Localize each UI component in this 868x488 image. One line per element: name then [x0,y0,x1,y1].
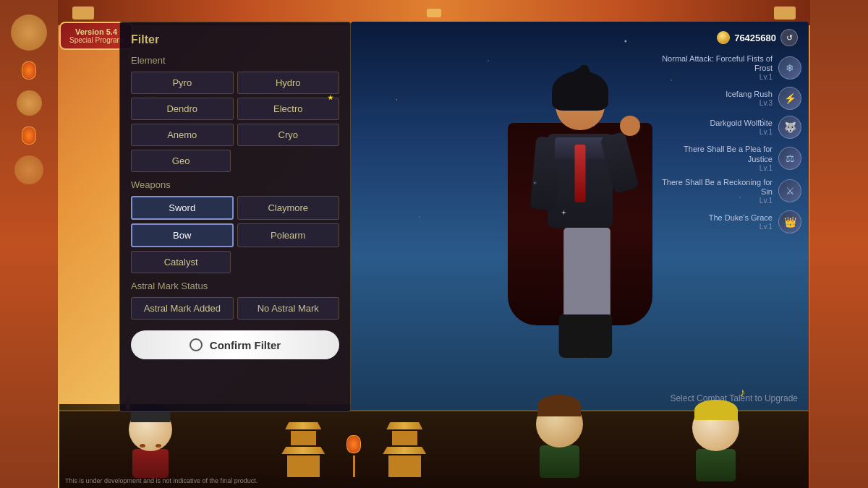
version-line2: Special Program [69,36,123,44]
pagoda-left-body [291,431,316,445]
skill-level-5: Lv.1 [657,223,773,231]
chibi-right2-body [696,449,736,481]
chibi-right1-head [536,401,583,448]
catalyst-row: Catalyst [131,251,339,273]
music-note: ♪ [739,386,745,399]
chibi-right1-body [540,445,579,478]
confirm-circle-icon [190,338,203,351]
pagoda-group [281,422,426,477]
pagoda-right [383,422,426,477]
skill-text-1: Icefang Rush Lv.3 [657,90,773,107]
char-leg-right [582,228,610,322]
geo-grid: Geo [131,150,339,172]
footer-disclaimer: This is under development and is not ind… [65,477,258,484]
weapon-section-label: Weapons [131,179,339,190]
lantern-left-1 [22,61,36,80]
skill-name-1: Icefang Rush [657,90,773,99]
chibi-left-eye-l [140,444,145,448]
top-bar-deco-mid [427,9,441,17]
filter-hydro[interactable]: Hydro [237,72,340,94]
confirm-filter-button[interactable]: Confirm Filter [131,330,339,359]
skill-name-2: Darkgold Wolfbite [657,119,773,128]
element-grid: Pyro Hydro Dendro Electro Anemo Cryo [131,72,339,146]
char-boot-right [582,314,612,358]
skill-icon-0[interactable]: ❄ [778,56,801,80]
filter-anemo[interactable]: Anemo [131,124,234,146]
skill-text-3: There Shall Be a Plea for Justice Lv.1 [657,145,773,171]
chibi-right1-hair [537,395,581,416]
chibi-right2-container: ♪ [692,404,739,481]
char-ear-right [584,74,594,87]
chibi-left-container [129,408,172,478]
electro-container: Electro [237,98,340,120]
left-deco-circle-2 [17,90,42,116]
weapon-grid: Sword Claymore Bow Polearm [131,196,339,247]
skill-item-1: Icefang Rush Lv.3 ⚡ [657,87,801,110]
filter-title: Filter [131,33,339,46]
filter-bow[interactable]: Bow [131,223,234,247]
skill-level-2: Lv.1 [657,128,773,136]
skill-name-4: There Shall Be a Reckoning for Sin [657,178,773,197]
skill-text-4: There Shall Be a Reckoning for Sin Lv.1 [657,178,773,205]
filter-geo[interactable]: Geo [131,150,231,172]
skill-icon-5[interactable]: 👑 [778,210,801,234]
filter-sword[interactable]: Sword [131,196,234,220]
astral-grid: Astral Mark Added No Astral Mark [131,297,339,320]
refresh-button[interactable]: ↺ [780,29,798,46]
element-section-label: Element [131,55,339,66]
filter-dendro[interactable]: Dendro [131,98,234,120]
char-hand-right [620,116,640,136]
left-deco-circle-1 [11,14,47,51]
skill-icon-3[interactable]: ⚖ [778,147,801,170]
char-ear-left [571,74,581,87]
skill-level-3: Lv.1 [657,164,773,172]
skill-name-0: Normal Attack: Forceful Fists of Frost [657,54,773,73]
skill-item-4: There Shall Be a Reckoning for Sin Lv.1 … [657,178,801,205]
filter-astral-added[interactable]: Astral Mark Added [131,297,234,320]
filter-pyro[interactable]: Pyro [131,72,234,94]
filter-polearm[interactable]: Polearm [237,223,340,247]
chibi-left-body [132,449,169,478]
skill-item-2: Darkgold Wolfbite Lv.1 🐺 [657,116,801,139]
center-lantern [346,435,361,453]
skill-name-3: There Shall Be a Plea for Justice [657,145,773,163]
filter-panel: Filter Element Pyro Hydro Dendro Electro… [119,22,351,412]
chibi-right2-head [692,404,739,451]
top-bar-deco-left [72,7,94,20]
version-line1: Version 5.4 [69,27,123,36]
filter-catalyst[interactable]: Catalyst [131,251,231,273]
select-combat-text: Select Combat Talent to Upgrade [670,393,798,403]
skill-icon-1[interactable]: ⚡ [778,87,801,110]
skill-icon-2[interactable]: 🐺 [778,116,801,139]
astral-section-label: Astral Mark Status [131,281,339,291]
gold-coin-icon [717,31,730,44]
pagoda-left-roof [285,422,321,429]
confirm-filter-label: Confirm Filter [210,339,281,351]
character-body-container [486,65,674,412]
left-decoration [0,0,58,488]
skill-level-0: Lv.1 [657,73,773,81]
skill-icon-4[interactable]: ⚔ [778,179,801,202]
pagoda-left-body2 [287,455,320,477]
chibi-right2-hair [694,400,738,420]
filter-claymore[interactable]: Claymore [237,196,340,220]
lantern-post-line [353,455,355,477]
bottom-area: ♪ [59,410,809,488]
chibi-left-eye-r [156,444,161,448]
filter-electro[interactable]: Electro [237,98,340,120]
skill-text-5: The Duke's Grace Lv.1 [657,213,773,231]
pagoda-right-body [392,431,417,445]
pagoda-left-roof2 [281,447,325,454]
gold-amount: 76425680 [734,33,776,43]
filter-cryo[interactable]: Cryo [237,124,340,146]
filter-no-astral[interactable]: No Astral Mark [237,297,340,320]
pagoda-right-roof2 [383,447,426,454]
pagoda-left [281,422,325,477]
skills-panel: Normal Attack: Forceful Fists of Frost L… [657,54,801,239]
skill-level-4: Lv.1 [657,197,773,205]
skill-item-0: Normal Attack: Forceful Fists of Frost L… [657,54,801,81]
gold-bar: 76425680 ↺ [717,29,798,46]
left-deco-circle-3 [14,155,43,184]
skill-level-1: Lv.3 [657,99,773,107]
chibi-left-head [129,408,172,451]
